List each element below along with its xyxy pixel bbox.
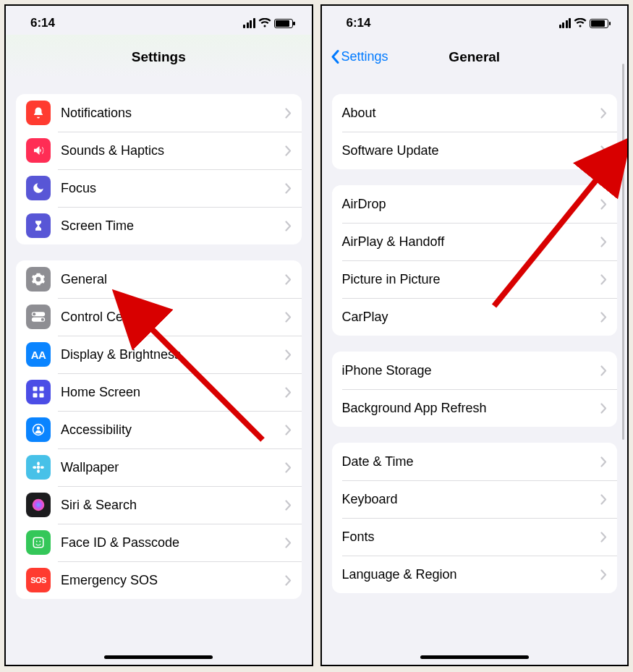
row-label: iPhone Storage (342, 363, 601, 378)
settings-group-attention: Notifications Sounds & Haptics Focus Scr… (16, 94, 302, 244)
row-datetime[interactable]: Date & Time (332, 443, 618, 480)
row-airdrop[interactable]: AirDrop (332, 185, 618, 223)
chevron-right-icon (285, 221, 292, 231)
row-siri[interactable]: Siri & Search (16, 486, 302, 524)
chevron-right-icon (285, 387, 292, 398)
chevron-right-icon (285, 108, 292, 119)
chevron-right-icon (285, 425, 292, 435)
chevron-right-icon (600, 494, 607, 505)
settings-screen: 6:14 Settings Notifications Sounds & Hap… (4, 4, 313, 666)
row-wallpaper[interactable]: Wallpaper (16, 448, 302, 486)
status-indicators (559, 17, 609, 30)
chevron-right-icon (285, 575, 292, 586)
row-label: Focus (61, 181, 285, 196)
svg-rect-7 (40, 394, 44, 398)
wifi-icon (574, 17, 587, 30)
row-label: Emergency SOS (61, 573, 285, 588)
row-display[interactable]: AA Display & Brightness (16, 336, 302, 373)
svg-point-1 (33, 312, 35, 315)
chevron-left-icon (331, 49, 339, 64)
back-label: Settings (341, 49, 388, 64)
row-label: Picture in Picture (342, 272, 601, 287)
row-label: Software Update (342, 143, 601, 158)
svg-point-3 (41, 318, 44, 321)
row-sounds[interactable]: Sounds & Haptics (16, 132, 302, 169)
row-software-update[interactable]: Software Update (332, 132, 618, 169)
row-label: Keyboard (342, 492, 601, 507)
svg-point-11 (37, 462, 40, 465)
row-keyboard[interactable]: Keyboard (332, 480, 618, 518)
row-faceid[interactable]: Face ID & Passcode (16, 524, 302, 561)
cellular-signal-icon (559, 18, 572, 28)
row-label: Screen Time (61, 218, 285, 234)
row-about[interactable]: About (332, 94, 618, 132)
status-time: 6:14 (30, 16, 55, 30)
row-label: AirDrop (342, 197, 601, 212)
row-storage[interactable]: iPhone Storage (332, 352, 618, 389)
row-general[interactable]: General (16, 260, 302, 298)
page-title: Settings (132, 49, 186, 64)
chevron-right-icon (285, 500, 292, 511)
row-label: Display & Brightness (61, 347, 285, 362)
row-carplay[interactable]: CarPlay (332, 298, 618, 336)
chevron-right-icon (600, 199, 607, 210)
status-bar: 6:14 (6, 6, 312, 35)
row-sos[interactable]: SOS Emergency SOS (16, 561, 302, 599)
svg-rect-4 (33, 387, 38, 391)
row-label: Home Screen (61, 385, 285, 400)
svg-rect-5 (40, 387, 44, 391)
row-label: AirPlay & Handoff (342, 234, 601, 250)
row-homescreen[interactable]: Home Screen (16, 373, 302, 411)
row-label: Background App Refresh (342, 401, 601, 416)
back-button[interactable]: Settings (331, 49, 388, 64)
chevron-right-icon (285, 462, 292, 473)
home-indicator (104, 655, 213, 659)
chevron-right-icon (600, 456, 607, 467)
chevron-right-icon (600, 237, 607, 247)
notifications-icon (26, 101, 51, 125)
general-icon (26, 267, 51, 292)
row-bgrefresh[interactable]: Background App Refresh (332, 389, 618, 427)
chevron-right-icon (600, 569, 607, 580)
row-fonts[interactable]: Fonts (332, 518, 618, 556)
row-label: Language & Region (342, 567, 601, 582)
row-screentime[interactable]: Screen Time (16, 207, 302, 244)
row-airplay[interactable]: AirPlay & Handoff (332, 223, 618, 260)
wifi-icon (258, 17, 271, 30)
row-label: Accessibility (61, 422, 285, 438)
chevron-right-icon (285, 349, 292, 360)
screentime-icon (26, 213, 51, 238)
scrollbar[interactable] (622, 64, 624, 440)
general-group-about: About Software Update (332, 94, 618, 169)
svg-point-12 (37, 469, 40, 473)
row-label: Face ID & Passcode (61, 535, 285, 550)
row-focus[interactable]: Focus (16, 169, 302, 207)
general-screen: 6:14 Settings General About Software Upd… (320, 4, 629, 666)
row-label: Date & Time (342, 454, 601, 469)
row-label: About (342, 106, 601, 121)
row-label: Control Centre (61, 310, 285, 325)
wallpaper-icon (26, 455, 51, 480)
chevron-right-icon (600, 403, 607, 414)
row-pip[interactable]: Picture in Picture (332, 260, 618, 298)
home-indicator (420, 655, 529, 659)
chevron-right-icon (600, 365, 607, 376)
chevron-right-icon (285, 145, 292, 156)
row-notifications[interactable]: Notifications (16, 94, 302, 132)
chevron-right-icon (600, 312, 607, 323)
chevron-right-icon (600, 145, 607, 156)
svg-point-17 (36, 541, 38, 543)
row-controlcentre[interactable]: Control Centre (16, 298, 302, 336)
accessibility-icon (26, 417, 51, 442)
row-label: Notifications (61, 106, 285, 121)
row-accessibility[interactable]: Accessibility (16, 411, 302, 448)
controlcentre-icon (26, 305, 51, 329)
battery-icon (274, 19, 293, 28)
general-group-connectivity: AirDrop AirPlay & Handoff Picture in Pic… (332, 185, 618, 336)
general-group-storage: iPhone Storage Background App Refresh (332, 352, 618, 427)
battery-icon (590, 19, 608, 28)
cellular-signal-icon (243, 18, 255, 28)
row-language[interactable]: Language & Region (332, 556, 618, 593)
svg-point-13 (33, 466, 36, 469)
focus-icon (26, 176, 51, 200)
